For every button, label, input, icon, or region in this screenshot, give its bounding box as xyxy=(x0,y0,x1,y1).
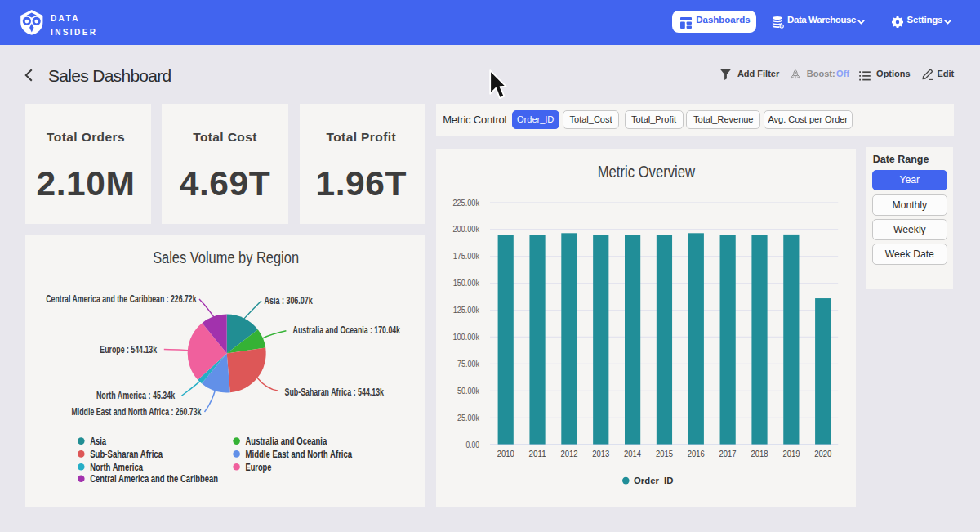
svg-text:2014: 2014 xyxy=(624,448,641,458)
svg-text:2018: 2018 xyxy=(751,448,768,458)
svg-text:Central America and the Caribb: Central America and the Caribbean : 226.… xyxy=(46,293,196,305)
svg-text:Central America and the Caribb: Central America and the Caribbean xyxy=(90,473,218,485)
svg-text:0.00: 0.00 xyxy=(466,440,480,449)
svg-text:Europe : 544.13k: Europe : 544.13k xyxy=(100,344,157,355)
svg-text:125.00k: 125.00k xyxy=(453,305,480,315)
svg-text:Sales Volume by Region: Sales Volume by Region xyxy=(153,248,299,266)
svg-text:Asia: Asia xyxy=(90,436,106,447)
svg-text:Order_ID: Order_ID xyxy=(634,476,673,485)
svg-text:2020: 2020 xyxy=(814,448,831,458)
svg-text:225.00k: 225.00k xyxy=(452,197,479,207)
svg-text:Australia and Oceania : 170.04: Australia and Oceania : 170.04k xyxy=(293,324,401,336)
svg-text:150.00k: 150.00k xyxy=(453,278,480,288)
svg-text:2011: 2011 xyxy=(529,448,546,458)
svg-text:Middle East and North Africa: Middle East and North Africa xyxy=(246,449,353,460)
svg-text:2013: 2013 xyxy=(592,448,609,458)
svg-text:Sub-Saharan Africa : 544.13k: Sub-Saharan Africa : 544.13k xyxy=(285,387,385,398)
svg-text:Australia and Oceania: Australia and Oceania xyxy=(246,436,327,447)
svg-text:2015: 2015 xyxy=(656,448,673,458)
svg-text:25.00k: 25.00k xyxy=(457,413,480,422)
svg-text:Metric Overview: Metric Overview xyxy=(598,163,696,181)
svg-text:2012: 2012 xyxy=(560,448,577,458)
svg-text:2017: 2017 xyxy=(719,448,737,458)
svg-text:50.00k: 50.00k xyxy=(457,386,480,396)
svg-text:100.00k: 100.00k xyxy=(452,332,479,342)
svg-text:2016: 2016 xyxy=(688,448,705,458)
svg-text:Middle East and North Africa :: Middle East and North Africa : 260.73k xyxy=(72,406,202,418)
svg-text:75.00k: 75.00k xyxy=(457,359,480,369)
svg-text:200.00k: 200.00k xyxy=(452,224,479,234)
svg-text:North America: North America xyxy=(90,462,143,473)
svg-text:North America : 45.34k: North America : 45.34k xyxy=(96,390,176,401)
svg-text:Europe: Europe xyxy=(246,462,272,473)
svg-text:2019: 2019 xyxy=(782,448,800,458)
svg-text:175.00k: 175.00k xyxy=(453,251,480,261)
svg-text:Sub-Saharan Africa: Sub-Saharan Africa xyxy=(90,449,163,460)
svg-text:2010: 2010 xyxy=(497,448,514,458)
svg-text:Asia : 306.07k: Asia : 306.07k xyxy=(265,295,314,306)
